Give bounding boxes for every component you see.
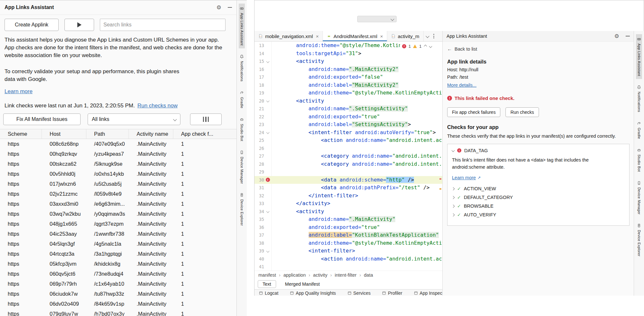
breadcrumb-item-data[interactable]: data [364, 272, 373, 278]
more-details-link[interactable]: More details... [447, 83, 476, 88]
tab-merged-manifest[interactable]: Merged Manifest [281, 281, 324, 288]
table-row[interactable]: https017jwlxzn6/u5t2usab5j.MainActivity1 [0, 179, 236, 189]
code-line-31[interactable]: 31 <data android:pathPrefix="/test" /> [255, 184, 442, 192]
code-editor[interactable]: 13 android:theme="@style/Theme.KotlinEmp… [255, 42, 442, 271]
table-row[interactable]: https00hq9zrkqv/yzu4kpeas7.MainActivity1 [0, 149, 236, 159]
table-row[interactable]: https03wq7w2kbu/y0qqimaw3s.MainActivity1 [0, 209, 236, 219]
column-header-path[interactable]: Path [86, 129, 129, 139]
editor-tab-activity-m[interactable]: activity_m [387, 31, 424, 41]
code-line-24[interactable]: 24 <intent-filter android:autoVerify="tr… [255, 129, 442, 137]
table-row[interactable]: https02jv21zzmc/l059v8t4e9.MainActivity1 [0, 189, 236, 199]
code-line-30[interactable]: 30 <data android:scheme="http" /> [255, 176, 442, 184]
back-to-list-link[interactable]: ← Back to list [447, 46, 477, 52]
code-line-27[interactable]: 27 <category android:name="android.inten… [255, 152, 442, 160]
code-line-20[interactable]: 20 <activity [255, 97, 442, 105]
code-line-32[interactable]: 32 </intent-filter> [255, 192, 442, 200]
panel-settings-gear-icon[interactable]: ⚙ [614, 34, 619, 39]
code-line-41[interactable]: 41 [255, 263, 442, 271]
fold-chevron-icon[interactable] [266, 249, 269, 252]
column-settings-button[interactable] [190, 114, 222, 125]
close-tab-icon[interactable]: × [380, 34, 383, 39]
tool-strip-tab-studio-bot[interactable]: Studio Bot [636, 145, 642, 175]
tool-strip-tab-device-manager[interactable]: Device Manager [239, 147, 245, 187]
tool-strip-tab-gradle[interactable]: Gradle [636, 118, 642, 142]
code-line-16[interactable]: 16 android:name=".MainActivity2" [255, 65, 442, 74]
bottom-tool-app-inspection[interactable]: App Inspection [414, 291, 442, 296]
table-row[interactable]: https04r5lqn3gf/4g5nalc1la.MainActivity1 [0, 239, 236, 249]
code-line-23[interactable]: 23 android:label="SettingsActivity"> [255, 121, 442, 129]
code-line-21[interactable]: 21 android:name=".SettingsActivity" [255, 105, 442, 113]
passed-check-default-category[interactable]: ✓DEFAULT_CATEGORY [452, 195, 625, 200]
code-line-15[interactable]: 15 <activity [255, 57, 442, 65]
editor-tab-androidmanifest-xml[interactable]: AndroidManifest.xml× [323, 31, 387, 41]
panel-hide-icon[interactable] [626, 36, 630, 36]
table-row[interactable]: https04rtcqtz3a/3a1hgptqgi.MainActivity1 [0, 249, 236, 259]
breadcrumb-item-activity[interactable]: activity [313, 272, 327, 278]
table-row[interactable]: https060qv5jct6/73ne8udqj4.MainActivity1 [0, 269, 236, 279]
fold-chevron-icon[interactable] [266, 210, 269, 213]
fix-all-manifest-issues-button[interactable]: Fix All Manifest Issues [3, 114, 81, 125]
table-row[interactable]: https069p7r79rh/c1x64yab10.MainActivity1 [0, 279, 236, 289]
table-row[interactable]: https06dv02o409/84k659v1sp.MainActivity1 [0, 299, 236, 309]
inspections-widget[interactable]: 1 1 [400, 43, 434, 50]
tool-strip-tab-device-explorer[interactable]: Device Explorer [636, 221, 642, 259]
code-line-17[interactable]: 17 android:exported="false" [255, 73, 442, 81]
bottom-tool-app-quality-insights[interactable]: App Quality Insights [290, 291, 336, 296]
code-line-35[interactable]: 35 android:name=".MainActivity" [255, 215, 442, 223]
tool-strip-tab-app-links-assistant[interactable]: App Links Assistant [636, 34, 642, 79]
code-line-26[interactable]: 26 [255, 144, 442, 153]
breadcrumb-item-manifest[interactable]: manifest [258, 272, 276, 278]
tab-text[interactable]: Text [258, 280, 276, 288]
hidden-tabs-chevron-icon[interactable] [426, 34, 429, 38]
fix-app-check-failures-button[interactable]: Fix app check failures [447, 107, 500, 117]
passed-check-action-view[interactable]: ✓ACTION_VIEW [452, 186, 625, 191]
bottom-tool-services[interactable]: Services [348, 291, 371, 296]
table-row[interactable]: https00v5hhld0j/o0xhs14ykb.MainActivity1 [0, 169, 236, 179]
bottom-tool-logcat[interactable]: Logcat [259, 291, 278, 296]
code-line-34[interactable]: 34 <activity [255, 208, 442, 216]
learn-more-link[interactable]: Learn more [452, 175, 476, 180]
fold-chevron-icon[interactable] [266, 60, 269, 63]
table-row[interactable]: https04ic253aay/1wwnfbr738.MainActivity1 [0, 229, 236, 239]
tool-strip-tab-studio-bot[interactable]: Studio Bot [239, 114, 245, 144]
code-line-18[interactable]: 18 android:label="MainActivity2" [255, 81, 442, 89]
code-line-29[interactable]: 29 [255, 168, 442, 176]
tool-strip-tab-device-explorer[interactable]: Device Explorer [239, 190, 245, 229]
code-line-39[interactable]: 39 <intent-filter> [255, 247, 442, 255]
code-line-22[interactable]: 22 android:exported="true" [255, 113, 442, 121]
tool-strip-tab-gradle[interactable]: Gradle [239, 88, 245, 111]
column-header-host[interactable]: Host [42, 129, 86, 139]
column-header-app-check-f-[interactable]: App check f... [173, 129, 236, 139]
code-line-40[interactable]: 40 <action android:name="android.intent.… [255, 255, 442, 263]
fold-chevron-icon[interactable] [266, 99, 269, 103]
table-row[interactable]: https079g9luv7w/h7bd07ox3y.MainActivity1 [0, 309, 236, 316]
code-line-33[interactable]: 33 </activity> [255, 200, 442, 208]
search-links-input[interactable] [100, 19, 226, 31]
breadcrumb-item-application[interactable]: application [284, 272, 306, 278]
create-applink-button[interactable]: Create Applink [5, 19, 59, 31]
editor-tab-mobile-navigation-xml[interactable]: mobile_navigation.xml× [255, 31, 323, 41]
fold-chevron-icon[interactable] [266, 131, 269, 134]
table-row[interactable]: https03axxd3mi0/e6g63mim....MainActivity… [0, 199, 236, 209]
settings-gear-icon[interactable]: ⚙ [216, 5, 221, 10]
more-options-icon[interactable] [433, 34, 434, 38]
tool-strip-tab-notifications[interactable]: Notifications [239, 52, 245, 84]
table-row[interactable]: https06ciudok7w/tu87hwp33z.MainActivity1 [0, 289, 236, 299]
table-row[interactable]: https05kfcp3jvm/khidckix8g.MainActivity1 [0, 259, 236, 269]
column-header-scheme[interactable]: Scheme [0, 129, 42, 139]
code-line-25[interactable]: 25 <action android:name="android.intent.… [255, 136, 442, 144]
code-line-19[interactable]: 19 android:theme="@style/Theme.KotlinEmp… [255, 89, 442, 97]
breadcrumb-item-intent-filter[interactable]: intent-filter [335, 272, 357, 278]
run-checks-now-link[interactable]: Run checks now [137, 103, 178, 109]
next-issue-icon[interactable] [429, 44, 432, 48]
code-line-36[interactable]: 36 android:exported="true" [255, 223, 442, 232]
links-filter-dropdown[interactable]: All links [88, 114, 180, 125]
code-line-28[interactable]: 28 <category android:name="android.inten… [255, 160, 442, 168]
previous-issue-icon[interactable] [424, 44, 427, 48]
table-row[interactable]: https00tskcza62/5lknugk9se.MainActivity1 [0, 159, 236, 169]
check-data-tag[interactable]: DATA_TAG [452, 148, 625, 153]
table-row[interactable]: https008c6z68np/407e09q5x0.MainActivity1 [0, 139, 236, 149]
bottom-tool-profiler[interactable]: Profiler [382, 291, 402, 296]
tool-strip-tab-app-links-assistant[interactable]: App Links Assistant [239, 4, 245, 48]
tool-strip-tab-notifications[interactable]: Notifications [636, 82, 642, 115]
